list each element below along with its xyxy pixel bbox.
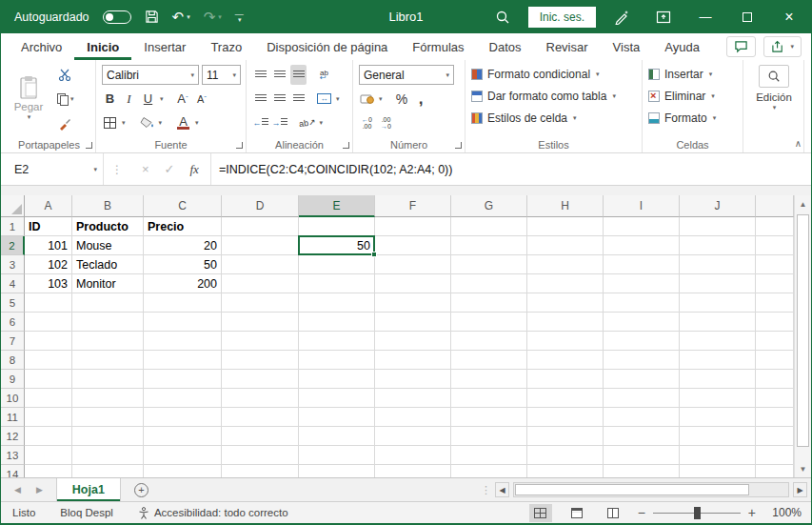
delete-cells-button[interactable]: Eliminar ▾ [648, 85, 738, 107]
align-right-button[interactable] [290, 89, 307, 109]
cell-D1[interactable] [222, 217, 299, 236]
cell-C14[interactable] [144, 465, 222, 477]
column-header-A[interactable]: A [25, 195, 72, 217]
percent-style-button[interactable]: % [394, 89, 410, 109]
decrease-indent-button[interactable]: ← [252, 112, 268, 132]
cell-A10[interactable] [25, 389, 72, 408]
format-painter-button[interactable] [56, 113, 74, 133]
cell-B14[interactable] [72, 465, 144, 477]
wrap-text-button[interactable]: ab↩ [316, 65, 332, 85]
accounting-format-button[interactable] [359, 89, 375, 109]
sheet-nav-left-icon[interactable]: ◀ [14, 485, 21, 495]
cell-D2[interactable] [222, 236, 299, 255]
cell-J8[interactable] [680, 351, 756, 370]
cell-D6[interactable] [222, 313, 299, 332]
cell-D11[interactable] [222, 408, 299, 427]
row-header-9[interactable]: 9 [1, 370, 25, 389]
cell-G2[interactable] [451, 236, 527, 255]
cell-B13[interactable] [72, 446, 144, 465]
cell-D7[interactable] [222, 332, 299, 351]
align-top-button[interactable] [252, 65, 268, 85]
cell-J11[interactable] [680, 408, 756, 427]
cell-A8[interactable] [25, 351, 72, 370]
row-header-2[interactable]: 2 [1, 236, 25, 255]
row-header-8[interactable]: 8 [1, 351, 25, 370]
cell-partial-r10[interactable] [756, 389, 794, 408]
zoom-in-button[interactable]: + [748, 505, 756, 520]
cell-H9[interactable] [527, 370, 604, 389]
cell-I11[interactable] [604, 408, 680, 427]
cell-I2[interactable] [604, 236, 680, 255]
cell-J2[interactable] [680, 236, 756, 255]
cell-A2[interactable]: 101 [25, 236, 72, 255]
align-middle-button[interactable] [271, 65, 287, 85]
cell-partial-r4[interactable] [756, 274, 794, 293]
tab-disposici-n-de-p-gina[interactable]: Disposición de página [254, 33, 400, 60]
cell-E8[interactable] [299, 351, 375, 370]
row-header-11[interactable]: 11 [1, 408, 25, 427]
row-header-7[interactable]: 7 [1, 332, 25, 351]
cell-I14[interactable] [604, 465, 680, 477]
cell-D9[interactable] [222, 370, 299, 389]
fill-handle[interactable] [371, 252, 377, 257]
vertical-scrollbar[interactable]: ▲ ▼ [794, 195, 811, 477]
hscroll-left-icon[interactable]: ◀ [495, 482, 509, 497]
page-layout-view-button[interactable] [565, 504, 588, 522]
tab-datos[interactable]: Datos [477, 33, 534, 60]
cell-A3[interactable]: 102 [25, 255, 72, 274]
cell-F4[interactable] [375, 274, 451, 293]
fill-color-button[interactable] [139, 112, 155, 132]
cell-J6[interactable] [680, 313, 756, 332]
cell-G6[interactable] [451, 313, 527, 332]
cell-G7[interactable] [451, 332, 527, 351]
cell-G10[interactable] [451, 389, 527, 408]
cell-partial-r8[interactable] [756, 351, 794, 370]
align-bottom-button[interactable] [290, 65, 307, 85]
minimize-button[interactable]: — [689, 3, 722, 31]
tab-vista[interactable]: Vista [601, 33, 653, 60]
select-all-corner[interactable] [1, 195, 25, 217]
cell-E5[interactable] [299, 293, 375, 313]
cell-partial-r7[interactable] [756, 332, 794, 351]
cell-B11[interactable] [72, 408, 144, 427]
cell-A4[interactable]: 103 [25, 274, 72, 293]
cell-partial-r2[interactable] [756, 236, 794, 255]
cell-G4[interactable] [451, 274, 527, 293]
cell-B6[interactable] [72, 313, 144, 332]
row-header-13[interactable]: 13 [1, 446, 25, 465]
format-cells-button[interactable]: Formato ▾ [648, 107, 738, 129]
cell-H1[interactable] [527, 217, 604, 236]
undo-button[interactable]: ↶▾ [172, 9, 190, 26]
merge-center-button[interactable]: ↔ [316, 89, 332, 109]
search-button[interactable] [486, 3, 519, 31]
cell-partial-r5[interactable] [756, 293, 794, 313]
cell-I4[interactable] [604, 274, 680, 293]
row-header-14[interactable]: 14 [1, 465, 25, 477]
cell-E7[interactable] [299, 332, 375, 351]
cell-I13[interactable] [604, 446, 680, 465]
new-sheet-button[interactable]: + [121, 478, 162, 501]
cell-I1[interactable] [604, 217, 680, 236]
cell-J14[interactable] [680, 465, 756, 477]
cell-F13[interactable] [375, 446, 451, 465]
enter-icon[interactable]: ✓ [165, 162, 175, 176]
zoom-slider-thumb[interactable] [694, 507, 701, 519]
cell-H8[interactable] [527, 351, 604, 370]
cell-F10[interactable] [375, 389, 451, 408]
cell-A11[interactable] [25, 408, 72, 427]
cell-H4[interactable] [527, 274, 604, 293]
tab-f-rmulas[interactable]: Fórmulas [400, 33, 476, 60]
cell-F1[interactable] [375, 217, 451, 236]
tab-archivo[interactable]: Archivo [9, 33, 74, 60]
cell-C9[interactable] [144, 370, 222, 389]
cell-F11[interactable] [375, 408, 451, 427]
cell-E11[interactable] [299, 408, 375, 427]
cell-E1[interactable] [299, 217, 375, 236]
cell-A9[interactable] [25, 370, 72, 389]
number-format-select[interactable]: General ▾ [359, 65, 454, 85]
cell-C12[interactable] [144, 427, 222, 446]
cell-J7[interactable] [680, 332, 756, 351]
cell-partial-r13[interactable] [756, 446, 794, 465]
cell-H6[interactable] [527, 313, 604, 332]
cell-H7[interactable] [527, 332, 604, 351]
